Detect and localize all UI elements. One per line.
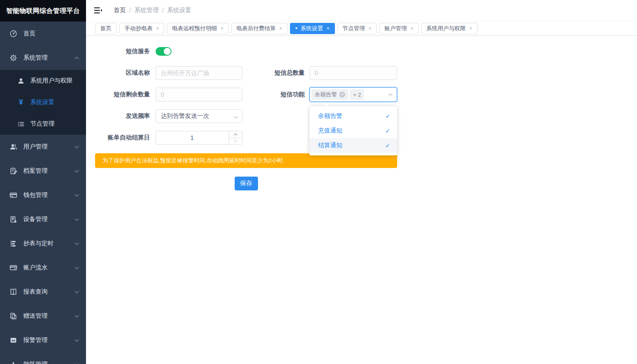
tab-label: 电表后付费结算 (236, 25, 276, 32)
tab-label: 手动抄电表 (124, 25, 153, 32)
sidebar-item-report-query[interactable]: 报表查询 (0, 280, 86, 304)
tab-remote-prepay-detail[interactable]: 电表远程预付明细 × (167, 23, 229, 34)
frequency-select[interactable]: 达到告警发送一次 (156, 109, 242, 123)
device-icon (10, 215, 17, 223)
settle-day-label: 账单自动结算日 (95, 134, 150, 142)
chevron-up-icon (75, 57, 79, 61)
check-icon: ✓ (385, 113, 390, 120)
sidebar-item-energy-mgmt[interactable]: 能耗管理 (0, 352, 86, 364)
chevron-down-icon (75, 313, 79, 318)
tab-label: 系统设置 (300, 25, 323, 32)
save-button[interactable]: 保存 (235, 177, 258, 190)
chevron-down-icon (75, 217, 79, 221)
sidebar-item-node-mgmt[interactable]: 节点管理 (0, 113, 86, 135)
area-name-label: 区域名称 (95, 69, 150, 77)
sidebar-item-label: 抄表与定时 (23, 240, 54, 247)
sms-service-label: 短信服务 (95, 47, 150, 55)
meter-timer-icon (10, 240, 17, 247)
chevron-down-icon (75, 144, 79, 149)
tab-label: 系统用户与权限 (427, 25, 466, 32)
tab-close-icon[interactable]: × (156, 25, 159, 32)
file-edit-icon (10, 167, 17, 175)
sidebar-collapse-icon[interactable] (94, 6, 103, 15)
top-header: 首页 / 系统管理 / 系统设置 (86, 0, 637, 21)
breadcrumb-item[interactable]: 系统管理 (134, 6, 159, 14)
tab-label: 节点管理 (343, 25, 365, 32)
sms-remaining-label: 短信剩余数量 (95, 91, 150, 98)
tab-account-mgmt[interactable]: 账户管理 × (379, 23, 419, 34)
sidebar-item-label: 设备管理 (23, 215, 48, 223)
chevron-up-icon (389, 94, 393, 98)
tab-node-mgmt[interactable]: 节点管理 × (338, 23, 377, 34)
sidebar-item-archive-mgmt[interactable]: 档案管理 (0, 159, 86, 183)
breadcrumb-item[interactable]: 首页 (114, 6, 126, 14)
tab-label: 电表远程预付明细 (172, 25, 217, 32)
users-icon (10, 143, 17, 151)
toggle-knob (164, 48, 171, 55)
tab-close-icon[interactable]: × (220, 25, 223, 32)
chevron-down-icon (75, 362, 79, 364)
tab-close-icon[interactable]: × (369, 25, 372, 32)
sms-remaining-input[interactable] (156, 88, 242, 101)
sidebar-item-system-settings[interactable]: ¥ 系统设置 (0, 92, 86, 113)
warning-banner: 为了保护用户合法权益,预留足够报警时间,自动跳闸延时时间至少为2小时. (95, 153, 397, 168)
breadcrumb-item[interactable]: 系统设置 (167, 6, 191, 14)
number-spinner (229, 131, 242, 144)
tab-close-icon[interactable]: × (279, 25, 282, 32)
frequency-value: 达到告警发送一次 (161, 112, 209, 120)
sms-function-select[interactable]: 余额告警 × + 2 (309, 87, 397, 102)
sidebar-item-system-mgmt[interactable]: 系统管理 (0, 46, 86, 70)
sidebar-item-meter-timing[interactable]: 抄表与定时 (0, 231, 86, 256)
sidebar: 智能物联网综合管理平台 首页 系统管理 系统用户与权限 ¥ 系统设置 节点管理 (0, 0, 86, 364)
chevron-down-icon (75, 241, 79, 245)
breadcrumb-separator: / (129, 7, 131, 14)
sidebar-item-label: 赠送管理 (23, 312, 48, 320)
option-label: 余额告警 (318, 112, 342, 120)
sms-total-input[interactable] (309, 66, 397, 80)
tab-system-users[interactable]: 系统用户与权限 × (421, 23, 478, 34)
gear-icon (10, 54, 17, 62)
chevron-down-icon (75, 265, 79, 269)
tag-close-icon[interactable]: × (339, 92, 345, 98)
sidebar-item-user-mgmt[interactable]: 用户管理 (0, 135, 86, 159)
sidebar-item-home[interactable]: 首页 (0, 22, 86, 46)
tab-close-icon[interactable]: × (411, 25, 414, 32)
main-content: 首页 / 系统管理 / 系统设置 首页 手动抄电表 × 电表远程预付明细 × 电… (86, 0, 637, 364)
option-label: 充值通知 (318, 127, 342, 135)
chevron-down-icon (234, 114, 238, 119)
spinner-down-button[interactable] (229, 138, 242, 145)
chart-icon (10, 361, 17, 364)
dropdown-option-recharge-notice[interactable]: 充值通知 ✓ (309, 123, 397, 138)
sidebar-item-gift-mgmt[interactable]: 赠送管理 (0, 304, 86, 328)
chevron-down-icon (75, 193, 79, 197)
tab-label: 账户管理 (385, 25, 407, 32)
sidebar-item-alarm-mgmt[interactable]: 报警管理 (0, 328, 86, 352)
sms-service-toggle[interactable] (156, 47, 172, 56)
dropdown-option-balance-alert[interactable]: 余额告警 ✓ (309, 109, 397, 123)
spinner-up-button[interactable] (229, 131, 242, 138)
tab-close-icon[interactable]: × (326, 25, 329, 32)
sidebar-item-label: 报警管理 (23, 336, 48, 344)
sidebar-item-label: 系统用户与权限 (30, 77, 73, 85)
alarm-icon (10, 336, 17, 344)
sidebar-item-wallet-mgmt[interactable]: 钱包管理 (0, 183, 86, 207)
check-icon: ✓ (385, 142, 390, 149)
breadcrumb: 首页 / 系统管理 / 系统设置 (114, 6, 191, 14)
sidebar-item-device-mgmt[interactable]: 设备管理 (0, 207, 86, 231)
list-icon (17, 120, 25, 128)
area-name-input[interactable] (156, 66, 242, 80)
selected-tag: 余额告警 × (312, 89, 348, 100)
tab-manual-meter[interactable]: 手动抄电表 × (119, 23, 164, 34)
tab-home[interactable]: 首页 (95, 23, 117, 34)
wallet-icon (10, 191, 17, 199)
tab-system-settings[interactable]: ● 系统设置 × (290, 23, 334, 34)
tag-label: 余额告警 (315, 91, 337, 98)
sms-function-dropdown: 余额告警 ✓ 充值通知 ✓ 结算通知 ✓ (309, 106, 397, 155)
sidebar-item-account-flow[interactable]: 账户流水 (0, 256, 86, 280)
dropdown-option-settle-notice[interactable]: 结算通知 ✓ (309, 138, 397, 153)
tab-close-icon[interactable]: × (469, 25, 472, 32)
sidebar-item-system-users[interactable]: 系统用户与权限 (0, 70, 86, 92)
chevron-down-icon (75, 168, 79, 173)
tab-postpay-settle[interactable]: 电表后付费结算 × (231, 23, 287, 34)
sms-total-label: 短信总数量 (242, 69, 305, 77)
